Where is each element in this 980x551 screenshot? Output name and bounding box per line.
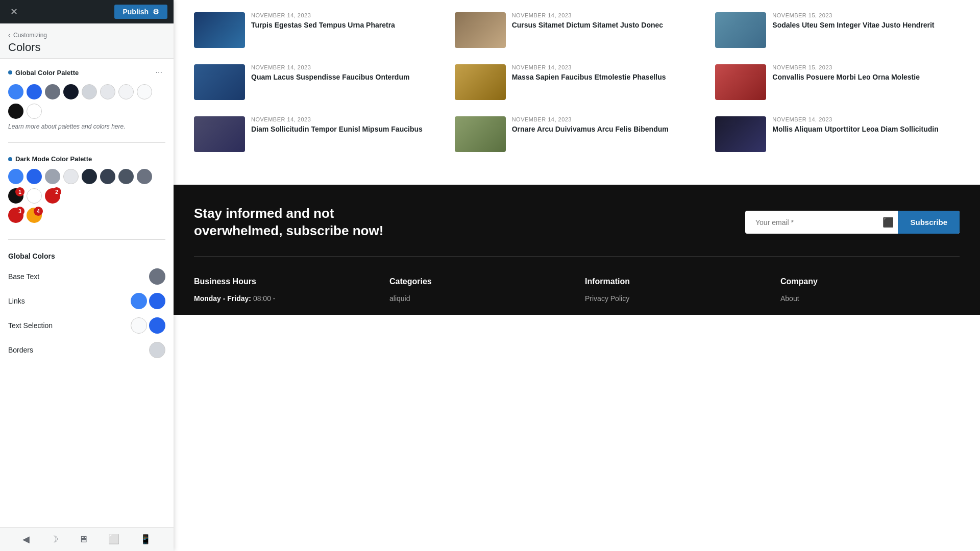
palette-link[interactable]: Learn more about palettes and colors her…	[8, 123, 165, 130]
article-meta-7: NOVEMBER 14, 2023 Diam Sollicitudin Temp…	[251, 116, 438, 135]
footer-col-title-business: Business Hours	[194, 277, 373, 286]
article-meta-4: NOVEMBER 14, 2023 Quam Lacus Suspendisse…	[251, 64, 438, 83]
article-title-8: Ornare Arcu Duivivamus Arcu Felis Bibend…	[512, 124, 699, 135]
article-date-7: NOVEMBER 14, 2023	[251, 116, 438, 122]
publish-label: Publish	[122, 8, 149, 16]
footer-col-business-hours: Business Hours Monday - Friday: 08:00 -	[194, 277, 373, 303]
article-title-1: Turpis Egestas Sed Tempus Urna Pharetra	[251, 20, 438, 31]
dark-palette-title: Dark Mode Color Palette	[8, 155, 92, 163]
links-swatch-1[interactable]	[131, 293, 147, 309]
dark-swatch-10[interactable]	[27, 188, 42, 204]
page-title: Colors	[8, 41, 165, 54]
dark-palette-swatches-row3: 3 4	[8, 208, 165, 223]
preview-content: NOVEMBER 14, 2023 Turpis Egestas Sed Tem…	[174, 0, 980, 185]
article-thumb-5	[455, 64, 506, 100]
article-title-7: Diam Sollicitudin Tempor Eunisl Mipsum F…	[251, 124, 438, 135]
swatch-badge-2: 2	[52, 187, 61, 196]
section-header: ‹ Customizing Colors	[0, 23, 174, 59]
article-thumb-1	[194, 12, 245, 48]
article-meta-9: NOVEMBER 14, 2023 Mollis Aliquam Utportt…	[772, 116, 960, 135]
email-input[interactable]	[751, 211, 878, 234]
article-card-7: NOVEMBER 14, 2023 Diam Sollicitudin Temp…	[194, 116, 438, 152]
dark-swatch-2[interactable]	[27, 169, 42, 184]
footer-col-item-privacy: Privacy Policy	[585, 294, 764, 303]
article-date-9: NOVEMBER 14, 2023	[772, 116, 960, 122]
dark-mode-button[interactable]: ☽	[46, 532, 62, 547]
global-swatch-6[interactable]	[100, 84, 115, 99]
footer-col-company: Company About	[780, 277, 960, 303]
text-selection-label: Text Selection	[8, 321, 53, 330]
dark-swatch-1[interactable]	[8, 169, 23, 184]
article-date-3: NOVEMBER 15, 2023	[772, 12, 960, 18]
footer-col-item-aliquid: aliquid	[389, 294, 569, 303]
dark-swatch-6[interactable]	[100, 169, 115, 184]
desktop-view-button[interactable]: 🖥	[75, 532, 92, 547]
base-text-swatch[interactable]	[149, 268, 165, 285]
panel-bottom-bar: ◀ ☽ 🖥 ⬜ 📱	[0, 527, 174, 551]
breadcrumb: Customizing	[13, 32, 47, 39]
footer-col-item-hours: Monday - Friday: 08:00 -	[194, 294, 373, 303]
global-swatch-10[interactable]	[27, 104, 42, 119]
article-date-5: NOVEMBER 14, 2023	[512, 64, 699, 70]
dark-palette-swatches-row2: 1 2	[8, 188, 165, 204]
global-swatch-4[interactable]	[63, 84, 79, 99]
text-selection-row: Text Selection	[8, 317, 165, 334]
dark-swatch-4[interactable]	[63, 169, 79, 184]
email-icon: ⬛	[878, 217, 898, 228]
article-date-4: NOVEMBER 14, 2023	[251, 64, 438, 70]
customizer-header: ✕ Publish ⚙	[0, 0, 174, 23]
dark-swatch-7[interactable]	[118, 169, 134, 184]
article-thumb-6	[715, 64, 766, 100]
global-swatch-8[interactable]	[137, 84, 152, 99]
dark-swatch-5[interactable]	[82, 169, 97, 184]
links-swatch-2[interactable]	[149, 293, 165, 309]
palette-dot-icon	[8, 70, 12, 74]
footer-col-title-categories: Categories	[389, 277, 569, 286]
panel-content: Global Color Palette ··· Learn more abou…	[0, 59, 174, 527]
dark-swatch-9[interactable]: 1	[8, 188, 23, 204]
preview-footer: Stay informed and not overwhelmed, subsc…	[174, 185, 980, 315]
global-swatch-5[interactable]	[82, 84, 97, 99]
mobile-view-button[interactable]: 📱	[136, 532, 155, 547]
preview-area: NOVEMBER 14, 2023 Turpis Egestas Sed Tem…	[174, 0, 980, 551]
borders-row: Borders	[8, 342, 165, 358]
article-thumb-8	[455, 116, 506, 152]
global-swatch-1[interactable]	[8, 84, 23, 99]
dark-swatch-12[interactable]: 3	[8, 208, 23, 223]
article-card-9: NOVEMBER 14, 2023 Mollis Aliquam Utportt…	[715, 116, 960, 152]
global-swatch-9[interactable]	[8, 104, 23, 119]
global-swatch-3[interactable]	[45, 84, 60, 99]
dark-palette-swatches-row1	[8, 169, 165, 184]
article-thumb-3	[715, 12, 766, 48]
global-palette-swatches-row2	[8, 104, 165, 119]
dark-swatch-8[interactable]	[137, 169, 152, 184]
back-link[interactable]: ‹ Customizing	[8, 32, 165, 39]
global-swatch-2[interactable]	[27, 84, 42, 99]
borders-swatch[interactable]	[149, 342, 165, 358]
dark-swatch-11[interactable]: 2	[45, 188, 60, 204]
text-selection-swatch-2[interactable]	[149, 317, 165, 334]
publish-button[interactable]: Publish ⚙	[114, 5, 167, 19]
base-text-label: Base Text	[8, 272, 39, 281]
article-thumb-7	[194, 116, 245, 152]
footer-col-categories: Categories aliquid	[389, 277, 569, 303]
subscribe-button[interactable]: Subscribe	[898, 211, 960, 234]
dark-palette-header: Dark Mode Color Palette	[8, 155, 165, 163]
palette-more-button[interactable]: ···	[153, 67, 165, 78]
article-title-5: Massa Sapien Faucibus Etmolestie Phasell…	[512, 72, 699, 83]
dark-swatch-3[interactable]	[45, 169, 60, 184]
dark-palette-section: Dark Mode Color Palette 1 2	[8, 155, 165, 240]
text-selection-swatch-1[interactable]	[131, 317, 147, 334]
back-history-button[interactable]: ◀	[18, 532, 34, 547]
text-selection-swatches	[131, 317, 165, 334]
global-colors-title: Global Colors	[8, 252, 165, 260]
article-card-2: NOVEMBER 14, 2023 Cursus Sitamet Dictum …	[455, 12, 699, 48]
article-meta-3: NOVEMBER 15, 2023 Sodales Uteu Sem Integ…	[772, 12, 960, 31]
tablet-view-button[interactable]: ⬜	[104, 532, 124, 547]
global-swatch-7[interactable]	[118, 84, 134, 99]
article-date-8: NOVEMBER 14, 2023	[512, 116, 699, 122]
close-button[interactable]: ✕	[6, 5, 22, 18]
dark-swatch-13[interactable]: 4	[27, 208, 42, 223]
article-card-8: NOVEMBER 14, 2023 Ornare Arcu Duivivamus…	[455, 116, 699, 152]
article-meta-1: NOVEMBER 14, 2023 Turpis Egestas Sed Tem…	[251, 12, 438, 31]
